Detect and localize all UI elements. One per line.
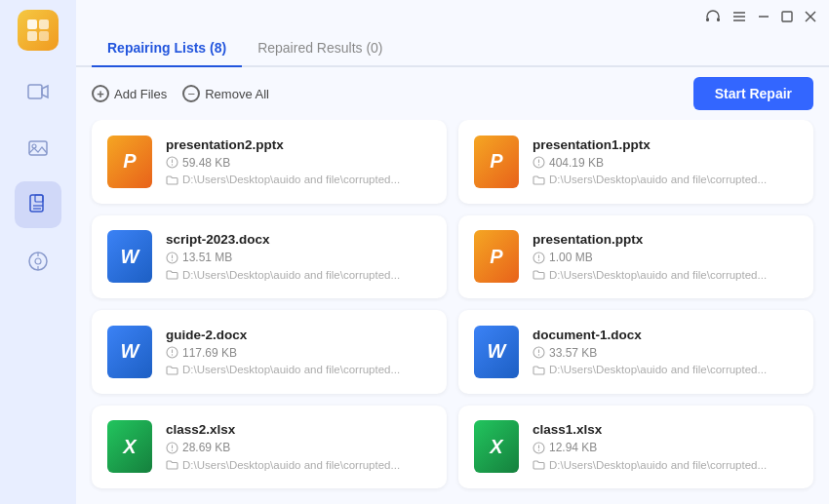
- file-name: presentation2.pptx: [166, 137, 431, 152]
- folder-icon: [166, 458, 178, 471]
- svg-point-13: [35, 258, 41, 264]
- svg-point-42: [538, 355, 539, 356]
- file-size: 404.19 KB: [533, 156, 798, 170]
- file-card: Wguide-2.docx 117.69 KB D:\Users\Desktop…: [92, 310, 447, 394]
- svg-point-30: [538, 165, 539, 166]
- headphone-icon[interactable]: [704, 8, 722, 28]
- file-name: class1.xlsx: [533, 422, 798, 437]
- file-path: D:\Users\Desktop\auido and file\corrupte…: [166, 458, 431, 471]
- svg-point-36: [538, 259, 539, 260]
- svg-rect-3: [39, 31, 49, 41]
- file-path: D:\Users\Desktop\auido and file\corrupte…: [166, 268, 431, 281]
- svg-point-33: [172, 259, 173, 260]
- size-icon: [166, 442, 178, 454]
- file-icon: X: [474, 420, 519, 473]
- svg-rect-4: [28, 85, 42, 98]
- add-files-button[interactable]: + Add Files: [92, 85, 167, 102]
- file-size: 117.69 KB: [166, 346, 431, 360]
- file-card: Ppresentation.pptx 1.00 MB D:\Users\Desk…: [458, 215, 813, 299]
- file-icon: P: [107, 136, 152, 188]
- file-info: presentation1.pptx 404.19 KB D:\Users\De…: [533, 137, 798, 186]
- minimize-icon[interactable]: [757, 10, 770, 26]
- file-size: 13.51 MB: [166, 251, 431, 264]
- folder-icon: [533, 174, 545, 186]
- file-info: class1.xlsx 12.94 KB D:\Users\Desktop\au…: [533, 422, 798, 471]
- file-size: 1.00 MB: [533, 251, 798, 264]
- file-card: Ppresentation1.pptx 404.19 KB D:\Users\D…: [458, 120, 813, 204]
- file-name: presentation.pptx: [533, 232, 798, 247]
- size-icon: [533, 442, 545, 454]
- sidebar-item-image[interactable]: [15, 125, 61, 172]
- tab-repaired-results[interactable]: Repaired Results (0): [242, 30, 398, 67]
- file-icon-letter: X: [123, 436, 136, 458]
- file-path: D:\Users\Desktop\auido and file\corrupte…: [166, 364, 431, 376]
- file-card: Ppresentation2.pptx 59.48 KB D:\Users\De…: [92, 120, 447, 204]
- size-icon: [166, 156, 178, 169]
- file-icon-letter: P: [490, 246, 502, 268]
- file-info: script-2023.docx 13.51 MB D:\Users\Deskt…: [166, 232, 431, 281]
- sidebar-item-audio[interactable]: [15, 238, 61, 285]
- file-card: Wdocument-1.docx 33.57 KB D:\Users\Deskt…: [458, 310, 813, 394]
- file-info: presentation.pptx 1.00 MB D:\Users\Deskt…: [533, 232, 798, 281]
- file-name: script-2023.docx: [166, 232, 431, 247]
- svg-rect-17: [717, 18, 720, 21]
- file-info: guide-2.docx 117.69 KB D:\Users\Desktop\…: [166, 328, 431, 376]
- folder-icon: [533, 268, 545, 281]
- size-icon: [533, 346, 545, 359]
- size-icon: [166, 346, 178, 359]
- remove-icon: −: [182, 85, 200, 102]
- svg-rect-2: [27, 31, 37, 41]
- app-logo: [18, 10, 59, 51]
- sidebar-item-video[interactable]: [15, 68, 61, 115]
- add-files-label: Add Files: [114, 87, 167, 101]
- sidebar-item-document[interactable]: [15, 181, 61, 228]
- folder-icon: [533, 364, 545, 376]
- svg-point-48: [538, 449, 539, 450]
- file-icon: P: [474, 230, 519, 283]
- file-name: document-1.docx: [533, 328, 798, 342]
- file-icon-letter: W: [488, 340, 506, 363]
- svg-point-27: [172, 165, 173, 166]
- file-size: 59.48 KB: [166, 156, 431, 170]
- size-icon: [533, 252, 545, 264]
- size-icon: [533, 156, 545, 169]
- file-icon: X: [107, 420, 152, 473]
- svg-point-39: [172, 355, 173, 356]
- file-info: presentation2.pptx 59.48 KB D:\Users\Des…: [166, 137, 431, 186]
- toolbar: + Add Files − Remove All Start Repair: [76, 67, 829, 120]
- svg-rect-1: [39, 19, 49, 29]
- file-size: 33.57 KB: [533, 346, 798, 360]
- tabs-bar: Repairing Lists (8) Repaired Results (0): [76, 30, 829, 67]
- file-info: document-1.docx 33.57 KB D:\Users\Deskto…: [533, 328, 798, 376]
- maximize-icon[interactable]: [780, 10, 794, 26]
- menu-icon[interactable]: [731, 9, 747, 27]
- svg-rect-0: [27, 19, 37, 29]
- svg-marker-5: [42, 86, 48, 97]
- remove-all-label: Remove All: [205, 87, 269, 101]
- file-icon: W: [107, 230, 152, 283]
- close-icon[interactable]: [804, 10, 817, 26]
- folder-icon: [166, 174, 178, 186]
- file-icon-letter: X: [490, 436, 502, 458]
- add-icon: +: [92, 85, 109, 102]
- file-path: D:\Users\Desktop\auido and file\corrupte…: [533, 458, 798, 471]
- file-size: 12.94 KB: [533, 441, 798, 454]
- file-card: Xclass1.xlsx 12.94 KB D:\Users\Desktop\a…: [458, 406, 813, 489]
- file-size: 28.69 KB: [166, 441, 431, 454]
- title-bar: [76, 0, 829, 28]
- start-repair-button[interactable]: Start Repair: [693, 77, 813, 110]
- svg-rect-9: [35, 195, 43, 202]
- size-icon: [166, 252, 178, 264]
- file-icon: W: [474, 326, 519, 378]
- svg-point-45: [172, 449, 173, 450]
- remove-all-button[interactable]: − Remove All: [182, 85, 269, 102]
- tab-repairing-lists[interactable]: Repairing Lists (8): [92, 30, 242, 67]
- folder-icon: [533, 458, 545, 471]
- sidebar: [0, 0, 76, 504]
- folder-icon: [166, 364, 178, 376]
- file-icon: P: [474, 136, 519, 188]
- file-path: D:\Users\Desktop\auido and file\corrupte…: [166, 174, 431, 186]
- file-icon: W: [107, 326, 152, 378]
- files-grid: Ppresentation2.pptx 59.48 KB D:\Users\De…: [76, 120, 829, 504]
- file-icon-letter: W: [121, 246, 139, 268]
